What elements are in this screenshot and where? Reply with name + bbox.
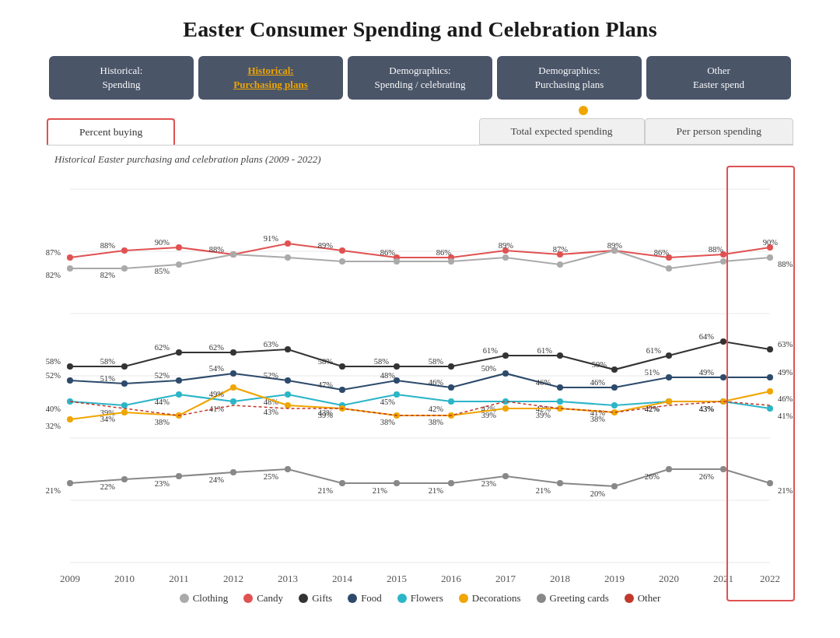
legend-clothing-label: Clothing — [193, 592, 229, 605]
svg-text:20%: 20% — [590, 489, 606, 498]
svg-text:42%: 42% — [429, 405, 444, 413]
svg-point-69 — [176, 349, 182, 356]
svg-text:87%: 87% — [553, 245, 569, 254]
svg-point-73 — [394, 363, 400, 370]
svg-point-79 — [720, 338, 726, 345]
svg-text:21%: 21% — [373, 486, 388, 495]
legend-clothing: Clothing — [180, 592, 229, 605]
svg-point-108 — [767, 374, 773, 380]
svg-text:49%: 49% — [699, 368, 715, 377]
svg-point-100 — [339, 387, 345, 393]
svg-text:46%: 46% — [590, 378, 606, 387]
svg-text:2021: 2021 — [713, 573, 733, 584]
svg-point-191 — [720, 466, 726, 472]
tab-demo-spending[interactable]: Demographics:Spending / celebrating — [348, 56, 492, 100]
decorations-dot — [459, 594, 468, 603]
svg-point-75 — [502, 352, 509, 359]
svg-point-129 — [394, 391, 400, 398]
svg-text:90%: 90% — [155, 238, 170, 247]
svg-point-103 — [502, 370, 509, 377]
svg-point-95 — [67, 377, 73, 384]
svg-point-164 — [767, 388, 773, 394]
svg-point-58 — [557, 261, 563, 268]
legend-gifts: Gifts — [299, 592, 332, 605]
svg-text:22%: 22% — [100, 482, 116, 491]
svg-point-155 — [285, 402, 291, 408]
svg-text:61%: 61% — [537, 346, 553, 355]
svg-text:61%: 61% — [483, 346, 499, 355]
clothing-dot — [180, 594, 189, 603]
svg-text:23%: 23% — [481, 479, 497, 488]
tab-historical-spending[interactable]: Historical:Spending — [49, 56, 194, 100]
svg-text:64%: 64% — [699, 332, 715, 341]
svg-text:52%: 52% — [46, 371, 61, 380]
svg-point-99 — [285, 377, 291, 384]
svg-point-192 — [767, 480, 773, 486]
svg-text:21%: 21% — [778, 486, 793, 495]
svg-text:21%: 21% — [429, 486, 444, 495]
svg-text:82%: 82% — [46, 271, 61, 279]
svg-text:52%: 52% — [264, 371, 279, 380]
svg-point-125 — [176, 391, 182, 398]
svg-text:51%: 51% — [645, 368, 660, 377]
svg-text:38%: 38% — [429, 418, 444, 426]
svg-point-98 — [230, 370, 236, 377]
svg-point-180 — [121, 476, 128, 482]
svg-text:2011: 2011 — [169, 573, 189, 584]
svg-point-102 — [448, 384, 454, 391]
svg-text:39%: 39% — [318, 411, 334, 419]
svg-point-52 — [230, 251, 236, 258]
svg-point-62 — [767, 254, 773, 261]
svg-point-106 — [666, 374, 672, 380]
svg-text:58%: 58% — [100, 357, 116, 366]
svg-text:34%: 34% — [100, 415, 116, 423]
svg-point-57 — [502, 254, 509, 261]
svg-text:2010: 2010 — [114, 573, 135, 584]
tab-historical-purchasing[interactable]: Historical:Purchasing plans — [198, 56, 343, 100]
svg-text:43%: 43% — [264, 408, 279, 416]
svg-point-185 — [394, 480, 400, 486]
svg-text:2020: 2020 — [659, 573, 679, 584]
tab-other-easter[interactable]: OtherEaster spend — [646, 56, 791, 100]
svg-text:52%: 52% — [155, 371, 170, 380]
svg-text:45%: 45% — [380, 398, 396, 406]
tab-demo-purchasing[interactable]: Demographics:Purchasing plans — [497, 56, 642, 100]
gifts-dot — [299, 594, 308, 603]
svg-text:90%: 90% — [763, 238, 779, 247]
svg-point-80 — [767, 346, 773, 352]
svg-point-60 — [666, 265, 672, 272]
svg-text:88%: 88% — [709, 245, 724, 254]
legend-other-label: Other — [638, 592, 661, 605]
sub-tab-total-spending[interactable]: Total expected spending — [479, 118, 645, 145]
svg-point-23 — [176, 244, 182, 251]
sub-tab-per-person[interactable]: Per person spending — [645, 118, 793, 145]
svg-text:62%: 62% — [209, 343, 225, 352]
svg-text:2018: 2018 — [550, 573, 570, 584]
svg-text:24%: 24% — [209, 475, 225, 484]
svg-text:89%: 89% — [499, 241, 514, 250]
svg-point-189 — [611, 483, 618, 489]
svg-point-154 — [230, 384, 236, 391]
svg-point-74 — [448, 363, 454, 370]
svg-text:86%: 86% — [436, 248, 452, 257]
svg-point-55 — [394, 258, 400, 265]
svg-point-21 — [67, 254, 73, 261]
legend-flowers-label: Flowers — [411, 592, 443, 605]
svg-text:85%: 85% — [155, 267, 170, 275]
svg-point-25 — [285, 240, 291, 247]
svg-point-77 — [611, 366, 618, 373]
svg-text:46%: 46% — [536, 378, 551, 387]
chart-subtitle: Historical Easter purchasing and celebra… — [54, 153, 840, 166]
svg-text:21%: 21% — [46, 486, 61, 495]
svg-text:2012: 2012 — [223, 573, 243, 584]
svg-text:23%: 23% — [155, 479, 170, 488]
svg-point-104 — [557, 384, 563, 391]
svg-text:2022: 2022 — [760, 573, 780, 584]
svg-text:88%: 88% — [778, 260, 793, 268]
svg-text:25%: 25% — [264, 472, 279, 481]
orange-dot-bar — [0, 106, 840, 115]
sub-tab-percent-buying[interactable]: Percent buying — [47, 118, 175, 145]
flowers-dot — [397, 594, 407, 603]
svg-point-59 — [611, 247, 618, 254]
legend-food-label: Food — [361, 592, 382, 605]
